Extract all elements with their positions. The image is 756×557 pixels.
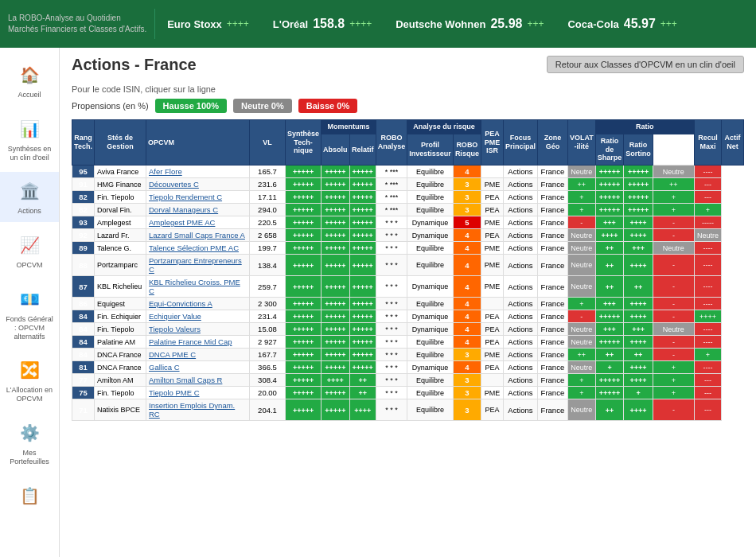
cell-sharpe: +++++	[595, 204, 624, 216]
cell-actif: ----	[694, 242, 721, 255]
cell-mom-rel: +++++	[349, 323, 376, 336]
table-row[interactable]: 93 Amplegest Amplegest PME AC 220.5 ++++…	[72, 216, 744, 229]
cell-opcvm[interactable]: Dorval Manageurs C	[146, 204, 250, 216]
cell-opcvm[interactable]: Talence Sélection PME AC	[146, 242, 250, 255]
cell-pea: PEA	[481, 191, 503, 204]
cell-profil: Equilibre	[407, 204, 454, 216]
sidebar-item-opcvm[interactable]: 📈 OPCVM	[0, 226, 59, 276]
cell-opcvm[interactable]: Portzamparc Entrepreneurs C	[146, 255, 250, 276]
cell-opcvm[interactable]: Tiepolo Valeurs	[146, 323, 250, 336]
table-row[interactable]: 86 Equigest Equi-Convictions A 2 300 +++…	[72, 298, 744, 310]
cell-opcvm[interactable]: Equi-Convictions A	[146, 298, 250, 310]
cell-opcvm[interactable]: Tiepolo PME C	[146, 387, 250, 399]
cell-opcvm[interactable]: Afer Flore	[146, 166, 250, 178]
table-row[interactable]: 89 Talence G. Talence Sélection PME AC 1…	[72, 242, 744, 255]
cell-sortino: ++++	[624, 255, 653, 276]
cell-opcvm[interactable]: Tiepolo Rendement C	[146, 191, 250, 204]
cell-rang: 75	[72, 387, 95, 399]
cell-opcvm[interactable]: Découvertes C	[146, 178, 250, 191]
col-header-profil: Profil Investisseur	[407, 134, 454, 165]
table-row[interactable]: 84 Fin. Echiquier Echiquier Value 231.4 …	[72, 310, 744, 323]
cell-stes: DNCA France	[95, 349, 146, 361]
table-row[interactable]: 81 DNCA France Gallica C 366.5 +++++ +++…	[72, 361, 744, 374]
cell-focus: Actions	[503, 336, 537, 349]
cell-stes: Fin. Echiquier	[95, 310, 146, 323]
cell-synth: +++++	[286, 374, 321, 387]
cell-stes: Equigest	[95, 298, 146, 310]
cell-recul: Neutre	[653, 166, 694, 178]
cell-focus: Actions	[503, 349, 537, 361]
table-row[interactable]: 84 Palatine AM Palatine France Mid Cap 2…	[72, 336, 744, 349]
sidebar-item-portefeuilles[interactable]: ⚙️ Mes Portefeuilles	[0, 414, 59, 473]
cell-sortino: +++	[624, 242, 653, 255]
cell-opcvm[interactable]: Echiquier Value	[146, 310, 250, 323]
cell-opcvm[interactable]: KBL Richelieu Croiss. PME C	[146, 276, 250, 298]
actions-icon: 🏛️	[17, 178, 42, 204]
cell-sortino: ++++	[624, 298, 653, 310]
cell-opcvm[interactable]: Amplegest PME AC	[146, 216, 250, 229]
sidebar-item-accueil[interactable]: 🏠 Accueil	[0, 56, 59, 106]
cell-mom-abs: ++++	[321, 374, 350, 387]
cell-actif: -----	[694, 216, 721, 229]
cell-vl: 2 658	[250, 229, 286, 242]
cell-vl: 20.00	[250, 387, 286, 399]
sidebar-item-syntheses[interactable]: 📊 Synthèses en un clin d'oeil	[0, 110, 59, 169]
cell-sharpe: +++++	[595, 166, 624, 178]
cell-actif: ---	[694, 387, 721, 399]
cell-mom-abs: +++++	[321, 298, 350, 310]
col-group-momentums: Momentums	[321, 120, 376, 134]
ticker-item-change: ++++	[349, 18, 372, 29]
back-button[interactable]: Retour aux Classes d'OPCVM en un clin d'…	[547, 56, 744, 73]
cell-sortino: ++	[624, 276, 653, 298]
cell-opcvm[interactable]: Lazard Small Caps France A	[146, 229, 250, 242]
col-header-mom-abs: Absolu	[321, 134, 350, 165]
neutre-button[interactable]: Neutre 0%	[233, 99, 292, 113]
cell-stars: * * *	[376, 242, 407, 255]
cell-sortino: +++++	[624, 204, 653, 216]
col-header-mom-rel: Relatif	[349, 134, 376, 165]
cell-rang: 91	[72, 178, 95, 191]
cell-robo-risque: 3	[453, 374, 481, 387]
table-row[interactable]: 87 KBL Richelieu KBL Richelieu Croiss. P…	[72, 276, 744, 298]
sidebar-item-actions[interactable]: 🏛️ Actions	[0, 172, 59, 222]
table-row[interactable]: 82 Fin. Tiepolo Tiepolo Rendement C 17.1…	[72, 191, 744, 204]
sidebar-item-extra[interactable]: 📋	[0, 477, 59, 515]
cell-stars: * ***	[376, 204, 407, 216]
cell-opcvm[interactable]: Insertion Emplois Dynam. RC	[146, 399, 250, 421]
cell-opcvm[interactable]: Amilton Small Caps R	[146, 374, 250, 387]
cell-actif: ----	[694, 166, 721, 178]
cell-opcvm[interactable]: Palatine France Mid Cap	[146, 336, 250, 349]
cell-sharpe: +++++	[595, 178, 624, 191]
cell-sharpe: ++	[595, 242, 624, 255]
table-row[interactable]: 77 Amilton AM Amilton Small Caps R 308.4…	[72, 374, 744, 387]
cell-recul: -	[653, 216, 694, 229]
table-row[interactable]: 92 Lazard Fr. Lazard Small Caps France A…	[72, 229, 744, 242]
cell-mom-abs: +++++	[321, 216, 350, 229]
table-row[interactable]: 71 Natixis BPCE Insertion Emplois Dynam.…	[72, 399, 744, 421]
table-row[interactable]: 84 DNCA France DNCA PME C 167.7 +++++ ++…	[72, 349, 744, 361]
baisse-button[interactable]: Baisse 0%	[298, 99, 357, 113]
cell-volat: +	[567, 298, 595, 310]
allocation-icon: 🔀	[17, 357, 42, 383]
col-header-actif: Actif Net	[722, 120, 744, 166]
cell-vl: 167.7	[250, 349, 286, 361]
table-row[interactable]: 95 Aviva France Afer Flore 165.7 +++++ +…	[72, 166, 744, 178]
cell-sharpe: +++++	[595, 336, 624, 349]
cell-actif: ---	[694, 374, 721, 387]
sidebar-item-fonds[interactable]: 💶 Fonds Général : OPCVM alternatifs	[0, 280, 59, 347]
table-row[interactable]: 84 Fin. Tiepolo Tiepolo Valeurs 15.08 ++…	[72, 323, 744, 336]
cell-focus: Actions	[503, 399, 537, 421]
cell-mom-rel: ++	[349, 387, 376, 399]
cell-stars: * ***	[376, 191, 407, 204]
table-row[interactable]: 75 Fin. Tiepolo Tiepolo PME C 20.00 ++++…	[72, 387, 744, 399]
cell-opcvm[interactable]: Gallica C	[146, 361, 250, 374]
sidebar-item-allocation[interactable]: 🔀 L'Allocation en OPCVM	[0, 351, 59, 410]
ticker-logo: La ROBO-Analyse au Quotidien Marchés Fin…	[0, 9, 155, 39]
table-row[interactable]: 91 HMG Finance Découvertes C 231.6 +++++…	[72, 178, 744, 191]
cell-sortino: ++++	[624, 374, 653, 387]
hausse-button[interactable]: Hausse 100%	[155, 99, 227, 113]
cell-pea: PME	[481, 255, 503, 276]
table-row[interactable]: 88 Portzamparc Portzamparc Entrepreneurs…	[72, 255, 744, 276]
table-row[interactable]: 82 Dorval Fin. Dorval Manageurs C 294.0 …	[72, 204, 744, 216]
cell-opcvm[interactable]: DNCA PME C	[146, 349, 250, 361]
